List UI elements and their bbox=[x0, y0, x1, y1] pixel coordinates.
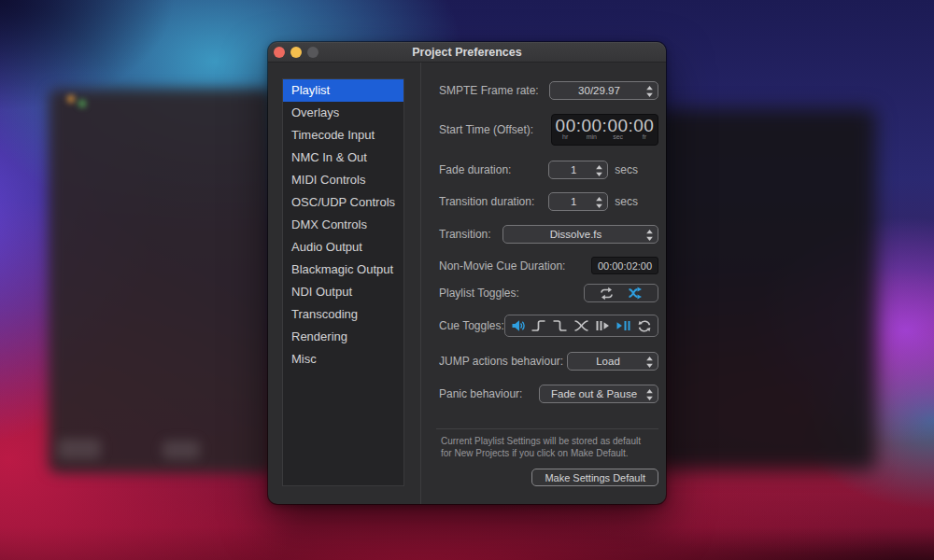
fade-duration-label: Fade duration: bbox=[439, 163, 511, 176]
title-bar[interactable]: Project Preferences bbox=[268, 42, 666, 63]
blurred-traffic-light-orange bbox=[67, 95, 75, 103]
preferences-sidebar: Playlist Overlays Timecode Input NMC In … bbox=[282, 78, 404, 486]
panel-divider bbox=[420, 63, 421, 504]
timecode-unit-labels: hr min sec fr bbox=[552, 133, 658, 140]
advance-pause-icon[interactable] bbox=[616, 319, 631, 332]
non-movie-cue-duration-value: 00:00:02:00 bbox=[598, 260, 652, 272]
make-settings-default-button[interactable]: Make Settings Default bbox=[531, 469, 658, 486]
jump-actions-behaviour-value: Load bbox=[596, 356, 630, 367]
sidebar-item-rendering[interactable]: Rendering bbox=[283, 326, 403, 348]
crossfade-icon[interactable] bbox=[573, 319, 589, 332]
fade-duration-units: secs bbox=[615, 163, 638, 176]
stepper-arrows-icon bbox=[646, 357, 653, 368]
shuffle-icon[interactable] bbox=[628, 287, 644, 300]
smpte-frame-rate-select[interactable]: 30/29.97 bbox=[549, 81, 658, 100]
stepper-arrows-icon bbox=[646, 230, 653, 241]
non-movie-cue-duration-label: Non-Movie Cue Duration: bbox=[439, 259, 565, 273]
pause-advance-icon[interactable] bbox=[595, 319, 611, 332]
footer-divider bbox=[436, 428, 658, 429]
sidebar-item-misc[interactable]: Misc bbox=[283, 348, 403, 371]
sidebar-item-blackmagic-output[interactable]: Blackmagic Output bbox=[283, 259, 403, 281]
playlist-toggles-label: Playlist Toggles: bbox=[439, 287, 519, 300]
stepper-arrows-icon bbox=[646, 389, 653, 400]
transition-duration-value: 1 bbox=[571, 196, 586, 207]
blurred-background-window-left bbox=[49, 89, 273, 473]
transition-duration-stepper[interactable]: 1 bbox=[548, 192, 608, 211]
non-movie-cue-duration-field[interactable]: 00:00:02:00 bbox=[591, 257, 658, 274]
panic-behaviour-label: Panic behaviour: bbox=[439, 387, 522, 400]
sidebar-item-timecode-input[interactable]: Timecode Input bbox=[283, 124, 403, 147]
refresh-icon[interactable] bbox=[637, 319, 652, 333]
sidebar-item-transcoding[interactable]: Transcoding bbox=[283, 303, 403, 326]
window-title: Project Preferences bbox=[268, 42, 666, 62]
sidebar-item-ndi-output[interactable]: NDI Output bbox=[283, 281, 403, 303]
sidebar-item-playlist[interactable]: Playlist bbox=[283, 79, 403, 102]
start-time-timecode-field[interactable]: 00:00:00:00 hr min sec fr bbox=[551, 114, 658, 146]
repeat-icon[interactable] bbox=[599, 287, 615, 301]
transition-select[interactable]: Dissolve.fs bbox=[502, 225, 658, 244]
cue-toggles-group bbox=[504, 315, 658, 337]
fade-duration-stepper[interactable]: 1 bbox=[548, 161, 608, 179]
project-preferences-dialog: Project Preferences Playlist Overlays Ti… bbox=[268, 42, 666, 504]
blurred-background-window-right bbox=[654, 108, 876, 470]
fade-in-icon[interactable] bbox=[531, 319, 546, 332]
desktop-wallpaper: Project Preferences Playlist Overlays Ti… bbox=[0, 0, 934, 560]
sidebar-item-nmc-in-out[interactable]: NMC In & Out bbox=[283, 147, 403, 169]
sidebar-item-midi-controls[interactable]: MIDI Controls bbox=[283, 169, 403, 191]
stepper-arrows-icon bbox=[596, 165, 602, 176]
playlist-toggles-group bbox=[584, 284, 658, 302]
fade-duration-value: 1 bbox=[571, 164, 586, 175]
blurred-background-button bbox=[163, 441, 200, 459]
make-default-note: Current Playlist Settings will be stored… bbox=[441, 435, 654, 459]
smpte-frame-rate-label: SMPTE Frame rate: bbox=[439, 84, 539, 97]
transition-value: Dissolve.fs bbox=[550, 229, 612, 240]
speaker-icon[interactable] bbox=[511, 319, 526, 332]
smpte-frame-rate-value: 30/29.97 bbox=[578, 85, 630, 96]
blurred-background-button bbox=[58, 439, 101, 459]
jump-actions-behaviour-select[interactable]: Load bbox=[567, 352, 658, 371]
jump-actions-behaviour-label: JUMP actions behaviour: bbox=[439, 355, 563, 368]
stepper-arrows-icon bbox=[596, 197, 602, 208]
stepper-arrows-icon bbox=[646, 86, 653, 97]
transition-duration-units: secs bbox=[615, 195, 638, 208]
sidebar-item-audio-output[interactable]: Audio Output bbox=[283, 236, 403, 259]
sidebar-item-osc-udp-controls[interactable]: OSC/UDP Controls bbox=[283, 191, 403, 214]
sidebar-item-overlays[interactable]: Overlays bbox=[283, 102, 403, 124]
sidebar-item-dmx-controls[interactable]: DMX Controls bbox=[283, 214, 403, 236]
transition-label: Transition: bbox=[439, 228, 491, 241]
transition-duration-label: Transition duration: bbox=[439, 195, 534, 208]
start-time-label: Start Time (Offset): bbox=[439, 123, 533, 136]
cue-toggles-label: Cue Toggles: bbox=[439, 319, 504, 332]
panic-behaviour-value: Fade out & Pause bbox=[551, 388, 646, 399]
blurred-traffic-light-green bbox=[78, 100, 86, 107]
panic-behaviour-select[interactable]: Fade out & Pause bbox=[539, 385, 658, 403]
fade-out-icon[interactable] bbox=[552, 319, 568, 332]
